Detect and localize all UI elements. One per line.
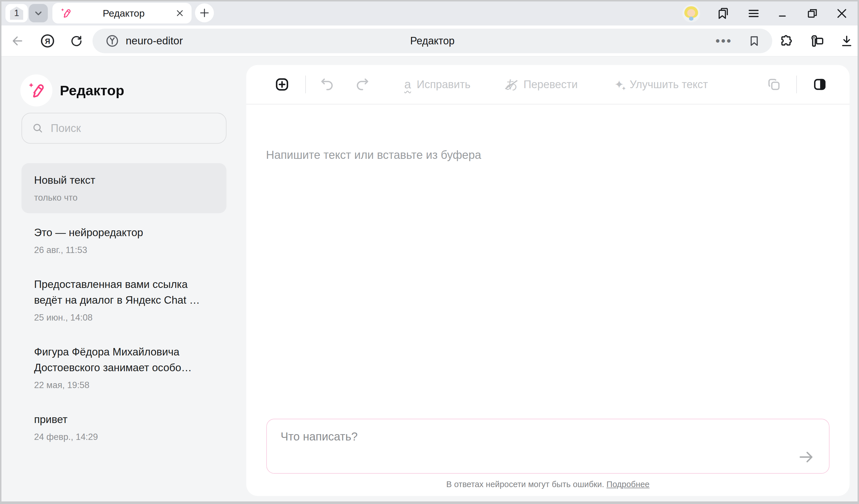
menu-icon[interactable] bbox=[747, 7, 760, 20]
close-window-icon[interactable] bbox=[835, 7, 848, 20]
doc-title: Фигура Фёдора Михайловича Достоевского з… bbox=[34, 344, 214, 376]
editor-placeholder[interactable]: Напишите текст или вставьте из буфера bbox=[266, 149, 481, 162]
doc-time: 26 авг., 11:53 bbox=[34, 245, 214, 255]
plus-icon bbox=[199, 7, 210, 19]
sparkles-icon: ✦✦ bbox=[614, 79, 624, 90]
undo-button[interactable] bbox=[319, 77, 334, 92]
yandex-logo-icon[interactable]: Я bbox=[39, 26, 56, 56]
doc-time: 25 июн., 14:08 bbox=[34, 312, 214, 323]
back-icon[interactable] bbox=[10, 26, 25, 56]
address-bar: Я neuro-editor Редактор ••• bbox=[1, 26, 858, 56]
doc-item-link-chat[interactable]: Предоставленная вами ссылка ведёт на диа… bbox=[21, 265, 226, 333]
toolbar-divider bbox=[305, 76, 306, 93]
redo-button[interactable] bbox=[355, 77, 371, 92]
extensions-puzzle-icon[interactable] bbox=[778, 26, 795, 56]
neuro-editor-page: Редактор Новый текст только что Это — не… bbox=[1, 57, 858, 501]
svg-text:Я: Я bbox=[45, 37, 50, 45]
doc-title: Новый текст bbox=[34, 172, 214, 188]
minimize-icon[interactable] bbox=[777, 7, 789, 20]
app-logo: Редактор bbox=[20, 74, 124, 106]
details-link[interactable]: Подробнее bbox=[606, 480, 649, 489]
url-field[interactable]: neuro-editor Редактор ••• bbox=[92, 29, 772, 53]
tab-count-badge: 1 bbox=[10, 6, 23, 20]
add-document-button[interactable] bbox=[274, 76, 290, 93]
password-manager-icon[interactable] bbox=[808, 26, 826, 56]
spellcheck-icon: а bbox=[404, 78, 411, 90]
doc-time: 22 мая, 19:58 bbox=[34, 380, 214, 391]
tab-list-dropdown-button[interactable] bbox=[29, 4, 48, 22]
editor-card: а Исправить あ Перевести ✦✦ Улучшить текс… bbox=[246, 65, 849, 496]
tab-bar: 1 Редактор bbox=[1, 1, 858, 26]
doc-time: только что bbox=[34, 193, 214, 203]
chevron-down-icon bbox=[33, 8, 44, 18]
doc-item-neuroeditor[interactable]: Это — нейроредактор 26 авг., 11:53 bbox=[21, 213, 226, 265]
profile-avatar[interactable] bbox=[682, 4, 700, 22]
disclaimer: В ответах нейросети могут быть ошибки. П… bbox=[246, 480, 849, 489]
more-actions-icon[interactable]: ••• bbox=[715, 35, 732, 47]
doc-title: привет bbox=[34, 412, 214, 427]
tab-count-button[interactable]: 1 bbox=[5, 4, 28, 22]
translate-label: Перевести bbox=[524, 78, 577, 91]
search-icon bbox=[32, 122, 44, 134]
downloads-icon[interactable] bbox=[838, 26, 855, 56]
prompt-input[interactable] bbox=[267, 419, 829, 473]
fix-label: Исправить bbox=[417, 78, 470, 91]
toolbar-divider bbox=[796, 76, 797, 93]
fix-text-button[interactable]: а Исправить bbox=[404, 78, 470, 91]
editor-toolbar: а Исправить あ Перевести ✦✦ Улучшить текс… bbox=[246, 65, 849, 105]
doc-time: 24 февр., 14:29 bbox=[34, 432, 214, 442]
restore-window-icon[interactable] bbox=[806, 7, 819, 20]
doc-item-dostoevsky[interactable]: Фигура Фёдора Михайловича Достоевского з… bbox=[21, 333, 226, 400]
improve-label: Улучшить текст bbox=[630, 78, 708, 91]
doc-title: Предоставленная вами ссылка ведёт на диа… bbox=[34, 276, 214, 308]
document-list: Новый текст только что Это — нейроредакт… bbox=[21, 163, 226, 452]
magic-pencil-logo-icon bbox=[20, 74, 52, 106]
doc-title: Это — нейроредактор bbox=[34, 225, 214, 240]
reload-icon[interactable] bbox=[68, 26, 85, 56]
side-panel-toggle-button[interactable] bbox=[812, 76, 828, 92]
tab-close-icon[interactable] bbox=[176, 9, 184, 17]
disclaimer-text: В ответах нейросети могут быть ошибки. bbox=[447, 480, 606, 489]
app-title: Редактор bbox=[60, 82, 124, 98]
doc-item-privet[interactable]: привет 24 февр., 14:29 bbox=[21, 400, 226, 452]
new-tab-button[interactable] bbox=[195, 3, 214, 22]
browser-tab-editor[interactable]: Редактор bbox=[52, 3, 192, 24]
bookmarks-panel-icon[interactable] bbox=[717, 6, 730, 20]
translate-button[interactable]: あ Перевести bbox=[506, 78, 577, 91]
magic-pencil-icon bbox=[60, 7, 72, 19]
page-title: Редактор bbox=[92, 35, 772, 47]
window-controls bbox=[682, 1, 858, 26]
send-arrow-button[interactable] bbox=[796, 448, 816, 465]
translate-icon: あ bbox=[506, 78, 518, 90]
improve-text-button[interactable]: ✦✦ Улучшить текст bbox=[614, 78, 708, 91]
browser-window: 1 Редактор bbox=[0, 0, 859, 504]
search-box[interactable] bbox=[21, 113, 226, 144]
bookmark-flag-icon[interactable] bbox=[748, 34, 761, 47]
copy-button[interactable] bbox=[767, 77, 781, 92]
doc-item-new-text[interactable]: Новый текст только что bbox=[21, 163, 226, 213]
tab-title: Редактор bbox=[72, 8, 176, 19]
prompt-box[interactable] bbox=[266, 419, 829, 474]
search-input[interactable] bbox=[51, 122, 211, 135]
